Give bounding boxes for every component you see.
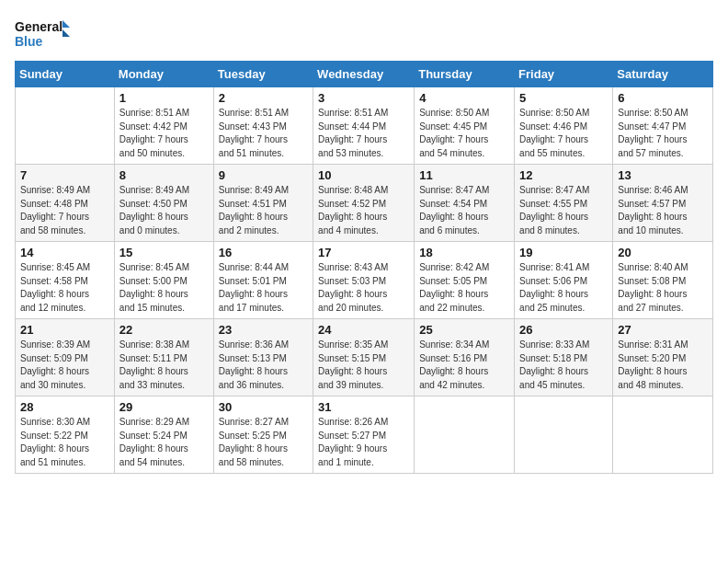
day-cell: 20Sunrise: 8:40 AM Sunset: 5:08 PM Dayli… — [613, 242, 713, 319]
day-cell — [415, 396, 515, 474]
day-info: Sunrise: 8:51 AM Sunset: 4:43 PM Dayligh… — [219, 107, 308, 160]
day-info: Sunrise: 8:50 AM Sunset: 4:47 PM Dayligh… — [618, 107, 708, 160]
day-number: 4 — [419, 91, 509, 105]
day-number: 10 — [318, 168, 409, 182]
day-number: 13 — [618, 168, 708, 182]
day-info: Sunrise: 8:48 AM Sunset: 4:52 PM Dayligh… — [318, 184, 409, 237]
day-number: 18 — [419, 246, 509, 259]
svg-text:Blue: Blue — [15, 34, 43, 49]
day-info: Sunrise: 8:51 AM Sunset: 4:44 PM Dayligh… — [318, 107, 409, 160]
day-cell: 24Sunrise: 8:35 AM Sunset: 5:15 PM Dayli… — [313, 319, 415, 396]
day-info: Sunrise: 8:29 AM Sunset: 5:24 PM Dayligh… — [119, 416, 209, 469]
day-cell: 6Sunrise: 8:50 AM Sunset: 4:47 PM Daylig… — [613, 87, 713, 165]
day-info: Sunrise: 8:26 AM Sunset: 5:27 PM Dayligh… — [318, 416, 409, 469]
day-number: 7 — [20, 168, 109, 182]
day-cell — [613, 396, 713, 474]
day-cell: 26Sunrise: 8:33 AM Sunset: 5:18 PM Dayli… — [515, 319, 613, 396]
day-number: 2 — [219, 91, 308, 105]
day-info: Sunrise: 8:44 AM Sunset: 5:01 PM Dayligh… — [219, 261, 308, 315]
week-row-3: 14Sunrise: 8:45 AM Sunset: 4:58 PM Dayli… — [16, 242, 713, 319]
day-number: 28 — [20, 400, 109, 414]
day-cell: 21Sunrise: 8:39 AM Sunset: 5:09 PM Dayli… — [16, 319, 115, 396]
day-info: Sunrise: 8:39 AM Sunset: 5:09 PM Dayligh… — [20, 339, 109, 392]
day-number: 16 — [219, 246, 308, 259]
day-info: Sunrise: 8:30 AM Sunset: 5:22 PM Dayligh… — [20, 416, 109, 469]
day-number: 1 — [119, 91, 209, 105]
day-cell: 5Sunrise: 8:50 AM Sunset: 4:46 PM Daylig… — [515, 87, 613, 165]
day-cell: 11Sunrise: 8:47 AM Sunset: 4:54 PM Dayli… — [415, 165, 515, 242]
day-info: Sunrise: 8:45 AM Sunset: 4:58 PM Dayligh… — [20, 261, 109, 315]
day-number: 17 — [318, 246, 409, 259]
day-number: 24 — [318, 323, 409, 337]
day-cell: 8Sunrise: 8:49 AM Sunset: 4:50 PM Daylig… — [114, 165, 213, 242]
day-info: Sunrise: 8:45 AM Sunset: 5:00 PM Dayligh… — [119, 261, 209, 315]
day-cell: 4Sunrise: 8:50 AM Sunset: 4:45 PM Daylig… — [415, 87, 515, 165]
day-cell: 27Sunrise: 8:31 AM Sunset: 5:20 PM Dayli… — [613, 319, 713, 396]
logo: General Blue — [15, 15, 70, 53]
day-cell: 30Sunrise: 8:27 AM Sunset: 5:25 PM Dayli… — [213, 396, 313, 474]
day-cell: 14Sunrise: 8:45 AM Sunset: 4:58 PM Dayli… — [16, 242, 115, 319]
day-cell: 7Sunrise: 8:49 AM Sunset: 4:48 PM Daylig… — [16, 165, 115, 242]
col-header-wednesday: Wednesday — [313, 62, 415, 87]
day-cell: 18Sunrise: 8:42 AM Sunset: 5:05 PM Dayli… — [415, 242, 515, 319]
day-info: Sunrise: 8:31 AM Sunset: 5:20 PM Dayligh… — [618, 339, 708, 392]
day-info: Sunrise: 8:49 AM Sunset: 4:50 PM Dayligh… — [119, 184, 209, 237]
day-cell: 23Sunrise: 8:36 AM Sunset: 5:13 PM Dayli… — [213, 319, 313, 396]
day-cell: 22Sunrise: 8:38 AM Sunset: 5:11 PM Dayli… — [114, 319, 213, 396]
svg-text:General: General — [15, 19, 63, 34]
day-info: Sunrise: 8:50 AM Sunset: 4:46 PM Dayligh… — [519, 107, 608, 160]
day-number: 20 — [618, 246, 708, 259]
day-info: Sunrise: 8:34 AM Sunset: 5:16 PM Dayligh… — [419, 339, 509, 392]
col-header-thursday: Thursday — [415, 62, 515, 87]
page-header: General Blue — [15, 15, 713, 53]
day-cell: 9Sunrise: 8:49 AM Sunset: 4:51 PM Daylig… — [213, 165, 313, 242]
day-number: 25 — [419, 323, 509, 337]
week-row-5: 28Sunrise: 8:30 AM Sunset: 5:22 PM Dayli… — [16, 396, 713, 474]
day-number: 23 — [219, 323, 308, 337]
day-info: Sunrise: 8:47 AM Sunset: 4:54 PM Dayligh… — [419, 184, 509, 237]
day-number: 6 — [618, 91, 708, 105]
day-number: 5 — [519, 91, 608, 105]
day-info: Sunrise: 8:42 AM Sunset: 5:05 PM Dayligh… — [419, 261, 509, 315]
day-cell: 13Sunrise: 8:46 AM Sunset: 4:57 PM Dayli… — [613, 165, 713, 242]
calendar-table: SundayMondayTuesdayWednesdayThursdayFrid… — [15, 61, 713, 474]
col-header-friday: Friday — [515, 62, 613, 87]
day-info: Sunrise: 8:43 AM Sunset: 5:03 PM Dayligh… — [318, 261, 409, 315]
day-info: Sunrise: 8:41 AM Sunset: 5:06 PM Dayligh… — [519, 261, 608, 315]
day-info: Sunrise: 8:35 AM Sunset: 5:15 PM Dayligh… — [318, 339, 409, 392]
week-row-1: 1Sunrise: 8:51 AM Sunset: 4:42 PM Daylig… — [16, 87, 713, 165]
day-cell: 3Sunrise: 8:51 AM Sunset: 4:44 PM Daylig… — [313, 87, 415, 165]
day-cell: 25Sunrise: 8:34 AM Sunset: 5:16 PM Dayli… — [415, 319, 515, 396]
day-info: Sunrise: 8:36 AM Sunset: 5:13 PM Dayligh… — [219, 339, 308, 392]
day-number: 31 — [318, 400, 409, 414]
day-cell: 16Sunrise: 8:44 AM Sunset: 5:01 PM Dayli… — [213, 242, 313, 319]
day-number: 30 — [219, 400, 308, 414]
day-info: Sunrise: 8:38 AM Sunset: 5:11 PM Dayligh… — [119, 339, 209, 392]
day-info: Sunrise: 8:47 AM Sunset: 4:55 PM Dayligh… — [519, 184, 608, 237]
day-number: 9 — [219, 168, 308, 182]
day-number: 26 — [519, 323, 608, 337]
day-info: Sunrise: 8:40 AM Sunset: 5:08 PM Dayligh… — [618, 261, 708, 315]
day-number: 8 — [119, 168, 209, 182]
col-header-tuesday: Tuesday — [213, 62, 313, 87]
day-cell: 31Sunrise: 8:26 AM Sunset: 5:27 PM Dayli… — [313, 396, 415, 474]
svg-marker-2 — [63, 20, 70, 28]
day-number: 3 — [318, 91, 409, 105]
day-number: 21 — [20, 323, 109, 337]
day-cell: 15Sunrise: 8:45 AM Sunset: 5:00 PM Dayli… — [114, 242, 213, 319]
day-number: 19 — [519, 246, 608, 259]
day-cell: 19Sunrise: 8:41 AM Sunset: 5:06 PM Dayli… — [515, 242, 613, 319]
day-cell: 17Sunrise: 8:43 AM Sunset: 5:03 PM Dayli… — [313, 242, 415, 319]
day-info: Sunrise: 8:49 AM Sunset: 4:51 PM Dayligh… — [219, 184, 308, 237]
day-cell: 2Sunrise: 8:51 AM Sunset: 4:43 PM Daylig… — [213, 87, 313, 165]
col-header-sunday: Sunday — [16, 62, 115, 87]
day-number: 12 — [519, 168, 608, 182]
day-cell: 10Sunrise: 8:48 AM Sunset: 4:52 PM Dayli… — [313, 165, 415, 242]
day-info: Sunrise: 8:49 AM Sunset: 4:48 PM Dayligh… — [20, 184, 109, 237]
week-row-2: 7Sunrise: 8:49 AM Sunset: 4:48 PM Daylig… — [16, 165, 713, 242]
day-cell — [16, 87, 115, 165]
day-info: Sunrise: 8:46 AM Sunset: 4:57 PM Dayligh… — [618, 184, 708, 237]
day-info: Sunrise: 8:51 AM Sunset: 4:42 PM Dayligh… — [119, 107, 209, 160]
header-row: SundayMondayTuesdayWednesdayThursdayFrid… — [16, 62, 713, 87]
day-info: Sunrise: 8:50 AM Sunset: 4:45 PM Dayligh… — [419, 107, 509, 160]
